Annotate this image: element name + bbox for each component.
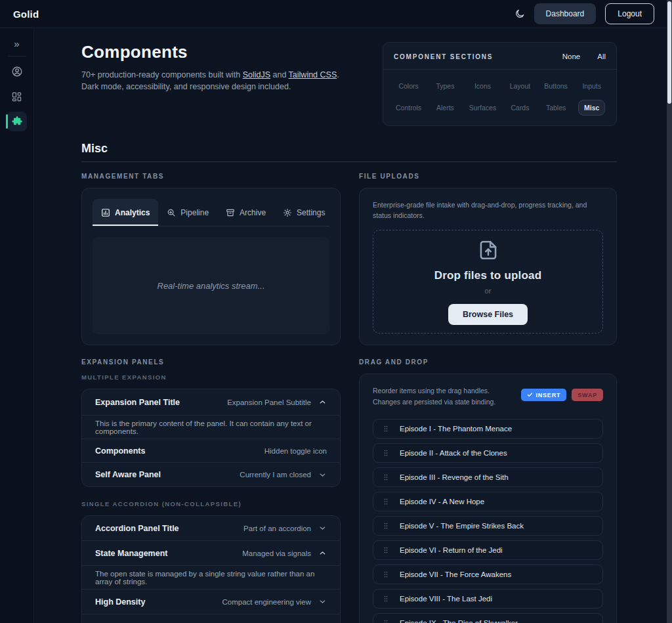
panel-subtitle: Compact engineering view	[222, 598, 311, 606]
topbar: Golid Dashboard Logout	[0, 0, 672, 28]
chevron-up-icon	[318, 549, 327, 557]
drag-handle-icon[interactable]	[382, 619, 390, 623]
logout-button[interactable]: Logout	[605, 3, 654, 24]
panel-title: State Management	[95, 549, 167, 558]
chip-types[interactable]: Types	[430, 78, 460, 94]
swap-mode-badge[interactable]: SWAP	[572, 389, 603, 401]
select-none-button[interactable]: None	[562, 53, 581, 60]
chip-layout[interactable]: Layout	[504, 78, 537, 94]
scrollbar-thumb[interactable]	[667, 1, 671, 104]
list-item-label: Episode IX - The Rise of Skywalker	[400, 619, 518, 623]
expansion-panels-label: EXPANSION PANELS	[81, 358, 341, 366]
scrollbar-track[interactable]	[667, 0, 672, 623]
solidjs-link[interactable]: SolidJS	[243, 70, 270, 79]
chevron-down-icon	[318, 524, 327, 532]
component-sections-header: COMPONENT SECTIONS None All	[383, 43, 616, 70]
expansion-panel-header[interactable]: Expansion Panel Title Expansion Panel Su…	[82, 389, 340, 416]
drag-handle-icon[interactable]	[382, 546, 390, 554]
chip-tables[interactable]: Tables	[540, 100, 572, 116]
list-item[interactable]: Episode IV - A New Hope	[373, 492, 603, 511]
sidebar-item-account[interactable]	[7, 62, 27, 81]
moon-icon	[514, 9, 525, 19]
tab-archive[interactable]: Archive	[217, 199, 274, 226]
analytics-placeholder-text: Real-time analytics stream...	[158, 281, 265, 291]
expansion-panel-header[interactable]: Self Aware Panel Currently I am closed	[82, 463, 340, 486]
badge-label: SWAP	[578, 392, 597, 398]
drag-and-drop-label: DRAG AND DROP	[359, 358, 617, 366]
single-accordion-label: SINGLE ACCORDION (NON-COLLAPSIBLE)	[81, 500, 341, 507]
subtitle-text: 70+ production-ready components built wi…	[81, 70, 243, 79]
badge-label: INSERT	[536, 392, 560, 398]
list-item[interactable]: Episode IX - The Rise of Skywalker	[373, 613, 603, 623]
accordion-panel-header[interactable]: Accordion Panel Title Part of an accordi…	[82, 516, 340, 541]
accordion-panel-header[interactable]: State Management Managed via signals	[82, 541, 340, 566]
file-uploads-label: FILE UPLOADS	[359, 173, 617, 180]
chip-colors[interactable]: Colors	[392, 78, 424, 94]
list-item[interactable]: Episode VII - The Force Awakens	[373, 565, 603, 584]
component-sections-title: COMPONENT SECTIONS	[394, 53, 493, 60]
chip-icons[interactable]: Icons	[469, 78, 497, 94]
list-item[interactable]: Episode VIII - The Last Jedi	[373, 589, 603, 609]
select-all-button[interactable]: All	[597, 53, 606, 60]
tailwind-link[interactable]: Tailwind CSS	[289, 70, 337, 79]
archive-icon	[226, 208, 235, 217]
dashboard-button[interactable]: Dashboard	[534, 3, 597, 24]
subtitle-line2: Dark mode, accessibility, and responsive…	[81, 82, 291, 91]
dropzone-or-text: or	[485, 287, 492, 295]
page-title: Components	[81, 42, 339, 62]
component-columns: MANAGEMENT TABS Analytics Pipeline Archi…	[81, 173, 617, 623]
sidebar-item-dashboard[interactable]	[7, 87, 27, 106]
puzzle-icon	[11, 116, 23, 127]
chip-controls[interactable]: Controls	[390, 100, 427, 116]
sidebar-expand-button[interactable]: »	[14, 35, 19, 52]
drag-handle-icon[interactable]	[382, 425, 390, 433]
tab-analytics[interactable]: Analytics	[93, 199, 158, 226]
list-item[interactable]: Episode III - Revenge of the Sith	[373, 467, 603, 487]
list-item[interactable]: Episode I - The Phantom Menace	[373, 419, 603, 439]
list-item-label: Episode VIII - The Last Jedi	[400, 595, 492, 603]
component-sections-actions: None All	[562, 53, 606, 60]
left-column: MANAGEMENT TABS Analytics Pipeline Archi…	[81, 173, 341, 623]
file-upload-icon	[476, 238, 501, 263]
chip-misc[interactable]: Misc	[578, 100, 605, 116]
tab-settings[interactable]: Settings	[274, 199, 329, 226]
expansion-panel-header[interactable]: Components Hidden toggle icon	[82, 439, 340, 463]
drag-handle-icon[interactable]	[382, 522, 390, 530]
list-item[interactable]: Episode VI - Return of the Jedi	[373, 540, 603, 560]
accordion-panel-header[interactable]: High Density Compact engineering view	[82, 590, 340, 614]
tab-label: Analytics	[115, 208, 150, 217]
sidebar-item-components[interactable]	[7, 112, 27, 131]
list-item[interactable]: Episode V - The Empire Strikes Back	[373, 516, 603, 536]
tab-pipeline[interactable]: Pipeline	[158, 199, 217, 226]
list-item-label: Episode I - The Phantom Menace	[400, 425, 512, 433]
management-tabs-label: MANAGEMENT TABS	[81, 173, 341, 180]
user-circle-icon	[11, 66, 23, 77]
browse-files-button[interactable]: Browse Files	[448, 304, 528, 325]
sortable-list: Episode I - The Phantom Menace Episode I…	[373, 419, 603, 623]
dark-mode-toggle[interactable]	[514, 9, 525, 19]
file-uploads-card: Enterprise-grade file intake with drag-a…	[359, 188, 617, 345]
drag-handle-icon[interactable]	[382, 473, 390, 481]
drag-handle-icon[interactable]	[382, 595, 390, 603]
drag-and-drop-header: Reorder items using the drag handles. Ch…	[373, 385, 603, 408]
chevron-down-icon	[318, 597, 327, 606]
drag-handle-icon[interactable]	[382, 498, 390, 505]
accordion-panel-header[interactable]: Components Contains sliders	[82, 614, 340, 623]
search-icon	[167, 208, 176, 217]
panel-title: Components	[95, 446, 145, 456]
chevron-down-icon	[318, 471, 327, 479]
accordion-group: Accordion Panel Title Part of an accordi…	[81, 515, 341, 623]
file-dropzone[interactable]: Drop files to upload or Browse Files	[373, 230, 603, 333]
chip-inputs[interactable]: Inputs	[576, 78, 607, 94]
drag-handle-icon[interactable]	[382, 570, 390, 578]
chip-cards[interactable]: Cards	[505, 100, 535, 116]
chip-buttons[interactable]: Buttons	[538, 78, 574, 94]
chip-alerts[interactable]: Alerts	[430, 100, 460, 116]
list-item[interactable]: Episode II - Attack of the Clones	[373, 443, 603, 463]
subtitle-text: .	[337, 70, 339, 79]
management-tabs-card: Analytics Pipeline Archive Settings	[81, 188, 341, 345]
drag-handle-icon[interactable]	[382, 449, 390, 457]
insert-mode-badge[interactable]: INSERT	[521, 389, 566, 401]
section-chips: Colors Types Icons Layout Buttons Inputs…	[383, 70, 616, 125]
chip-surfaces[interactable]: Surfaces	[463, 100, 502, 116]
